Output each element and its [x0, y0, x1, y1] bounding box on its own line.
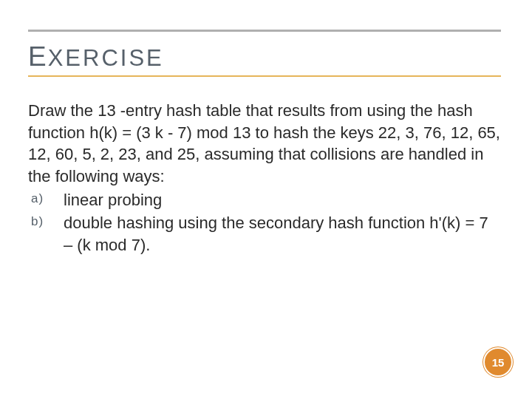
list-item: a) linear probing [28, 189, 501, 211]
bottom-rule [28, 75, 501, 77]
list-marker: a) [31, 191, 58, 208]
page-number: 15 [492, 356, 505, 369]
list-text: linear probing [64, 191, 162, 209]
list-marker: b) [31, 214, 58, 231]
slide-body: Draw the 13 -entry hash table that resul… [28, 100, 501, 256]
title-rest: XERCISE [48, 45, 164, 71]
top-rule [28, 30, 501, 32]
intro-paragraph: Draw the 13 -entry hash table that resul… [28, 100, 501, 188]
exercise-list: a) linear probing b) double hashing usin… [28, 189, 501, 256]
list-item: b) double hashing using the secondary ha… [28, 212, 501, 256]
slide: EXERCISE Draw the 13 -entry hash table t… [0, 0, 532, 399]
slide-title: EXERCISE [28, 41, 164, 72]
list-text: double hashing using the secondary hash … [64, 214, 488, 254]
title-lead-cap: E [28, 41, 48, 72]
page-number-badge: 15 [483, 347, 513, 377]
